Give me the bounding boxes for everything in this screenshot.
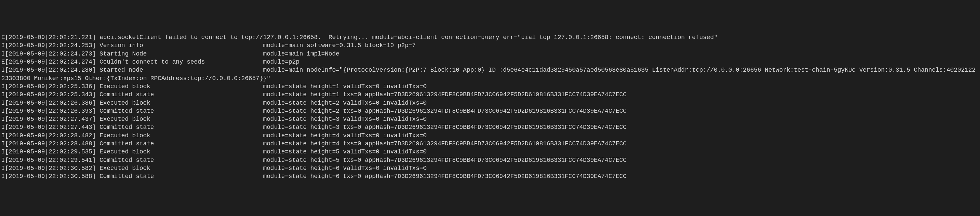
log-line: I[2019-05-09|22:02:30.582] Executed bloc… xyxy=(2,164,978,172)
log-line: I[2019-05-09|22:02:27.443] Committed sta… xyxy=(2,123,978,131)
log-line: I[2019-05-09|22:02:30.588] Committed sta… xyxy=(2,172,978,180)
log-line: I[2019-05-09|22:02:24.280] Started node … xyxy=(2,66,978,83)
log-line: I[2019-05-09|22:02:28.482] Executed bloc… xyxy=(2,132,978,140)
log-line: I[2019-05-09|22:02:28.488] Committed sta… xyxy=(2,140,978,148)
log-line: E[2019-05-09|22:02:24.274] Couldn't conn… xyxy=(2,58,978,66)
log-line: E[2019-05-09|22:02:21.221] abci.socketCl… xyxy=(2,33,978,41)
log-line: I[2019-05-09|22:02:25.336] Executed bloc… xyxy=(2,83,978,91)
log-line: I[2019-05-09|22:02:29.535] Executed bloc… xyxy=(2,148,978,156)
terminal-output: E[2019-05-09|22:02:21.221] abci.socketCl… xyxy=(2,33,978,180)
log-line: I[2019-05-09|22:02:27.437] Executed bloc… xyxy=(2,115,978,123)
log-line: I[2019-05-09|22:02:24.253] Version info … xyxy=(2,41,978,49)
log-line: I[2019-05-09|22:02:26.393] Committed sta… xyxy=(2,107,978,115)
log-line: I[2019-05-09|22:02:26.386] Executed bloc… xyxy=(2,99,978,107)
log-line: I[2019-05-09|22:02:24.273] Starting Node… xyxy=(2,50,978,58)
log-line: I[2019-05-09|22:02:29.541] Committed sta… xyxy=(2,156,978,164)
log-line: I[2019-05-09|22:02:25.343] Committed sta… xyxy=(2,91,978,98)
